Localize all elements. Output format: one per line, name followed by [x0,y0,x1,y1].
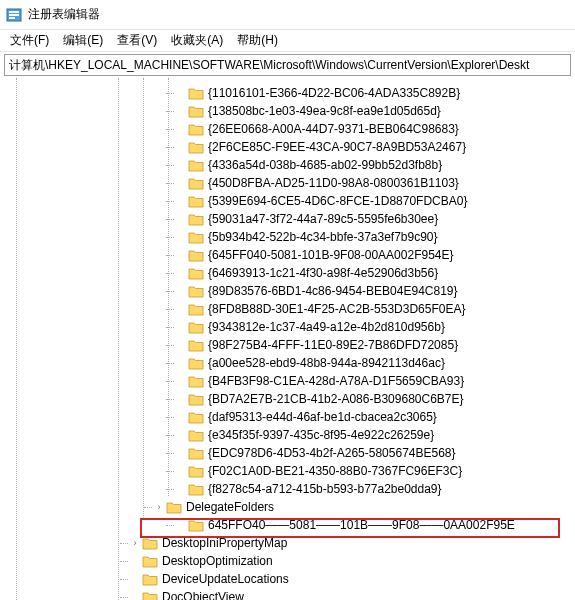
tree-item-label: {98F275B4-4FFF-11E0-89E2-7B86DFD72085} [208,338,458,352]
tree-item-label: {e345f35f-9397-435c-8f95-4e922c26259e} [208,428,434,442]
chevron-right-icon[interactable]: › [128,538,142,548]
folder-icon [188,464,204,478]
tree-item-label: {BD7A2E7B-21CB-41b2-A086-B309680C6B7E} [208,392,464,406]
folder-icon [188,374,204,388]
tree-item-label: {9343812e-1c37-4a49-a12e-4b2d810d956b} [208,320,445,334]
tree-item-label: {daf95313-e44d-46af-be1d-cbacea2c3065} [208,410,437,424]
folder-icon [188,446,204,460]
tree-item-guid[interactable]: {a00ee528-ebd9-48b8-944a-8942113d46ac} [6,354,575,372]
folder-icon [188,212,204,226]
menu-favorites[interactable]: 收藏夹(A) [165,30,229,51]
folder-icon [188,284,204,298]
tree-item-label: {a00ee528-ebd9-48b8-944a-8942113d46ac} [208,356,445,370]
tree-item-label: {F02C1A0D-BE21-4350-88B0-7367FC96EF3C} [208,464,462,478]
svg-rect-2 [9,14,19,16]
svg-rect-1 [9,11,19,13]
folder-icon [188,338,204,352]
tree-item-delegatefolders[interactable]: › DelegateFolders [6,498,575,516]
tree-item-label: {4336a54d-038b-4685-ab02-99bb52d3fb8b} [208,158,442,172]
folder-icon [188,392,204,406]
folder-icon [188,140,204,154]
menu-view[interactable]: 查看(V) [111,30,163,51]
regedit-icon [6,7,22,23]
tree-item-guid[interactable]: {98F275B4-4FFF-11E0-89E2-7B86DFD72085} [6,336,575,354]
folder-icon [188,122,204,136]
tree-item-guid[interactable]: {645FF040-5081-101B-9F08-00AA002F954E} [6,246,575,264]
tree-item-guid[interactable]: {5b934b42-522b-4c34-bbfe-37a3ef7b9c90} [6,228,575,246]
tree-item-highlighted[interactable]: 645FFO40——5081——101B——9F08——0AA002F95E [6,516,575,534]
tree-item-label: {EDC978D6-4D53-4b2f-A265-5805674BE568} [208,446,456,460]
address-path: 计算机\HKEY_LOCAL_MACHINE\SOFTWARE\Microsof… [9,57,529,74]
tree-item-label: {26EE0668-A00A-44D7-9371-BEB064C98683} [208,122,459,136]
tree-view[interactable]: {11016101-E366-4D22-BC06-4ADA335C892B} {… [0,78,575,600]
title-bar: 注册表编辑器 [0,0,575,30]
tree-item-label: 645FFO40——5081——101B——9F08——0AA002F95E [208,518,515,532]
tree-item-label: {89D83576-6BD1-4c86-9454-BEB04E94C819} [208,284,458,298]
folder-icon [188,248,204,262]
tree-item-label: {64693913-1c21-4f30-a98f-4e52906d3b56} [208,266,438,280]
tree-item-deviceupdate[interactable]: DeviceUpdateLocations [6,570,575,588]
tree-item-guid[interactable]: {450D8FBA-AD25-11D0-98A8-0800361B1103} [6,174,575,192]
tree-item-label: {59031a47-3f72-44a7-89c5-5595fe6b30ee} [208,212,438,226]
tree-item-guid[interactable]: {F02C1A0D-BE21-4350-88B0-7367FC96EF3C} [6,462,575,480]
tree-item-label: {645FF040-5081-101B-9F08-00AA002F954E} [208,248,454,262]
folder-icon [142,554,158,568]
menu-edit[interactable]: 编辑(E) [57,30,109,51]
tree-item-label: {B4FB3F98-C1EA-428d-A78A-D1F5659CBA93} [208,374,464,388]
tree-item-label: DesktopIniPropertyMap [162,536,287,550]
tree-item-guid[interactable]: {89D83576-6BD1-4c86-9454-BEB04E94C819} [6,282,575,300]
menu-help[interactable]: 帮助(H) [231,30,284,51]
address-bar[interactable]: 计算机\HKEY_LOCAL_MACHINE\SOFTWARE\Microsof… [4,54,571,76]
tree-item-label: {450D8FBA-AD25-11D0-98A8-0800361B1103} [208,176,459,190]
tree-item-guid[interactable]: {5399E694-6CE5-4D6C-8FCE-1D8870FDCBA0} [6,192,575,210]
folder-icon [188,266,204,280]
tree-item-guid[interactable]: {8FD8B88D-30E1-4F25-AC2B-553D3D65F0EA} [6,300,575,318]
tree-item-guid[interactable]: {64693913-1c21-4f30-a98f-4e52906d3b56} [6,264,575,282]
folder-icon [188,176,204,190]
tree-item-guid[interactable]: {11016101-E366-4D22-BC06-4ADA335C892B} [6,84,575,102]
tree-item-desktopini[interactable]: › DesktopIniPropertyMap [6,534,575,552]
tree-item-label: DelegateFolders [186,500,274,514]
tree-item-guid[interactable]: {f8278c54-a712-415b-b593-b77a2be0dda9} [6,480,575,498]
tree-item-label: {5399E694-6CE5-4D6C-8FCE-1D8870FDCBA0} [208,194,467,208]
tree-item-guid[interactable]: {BD7A2E7B-21CB-41b2-A086-B309680C6B7E} [6,390,575,408]
tree-item-guid[interactable]: {26EE0668-A00A-44D7-9371-BEB064C98683} [6,120,575,138]
tree-item-label: {138508bc-1e03-49ea-9c8f-ea9e1d05d65d} [208,104,441,118]
tree-item-desktopopt[interactable]: DesktopOptimization [6,552,575,570]
folder-icon [188,482,204,496]
menu-bar: 文件(F) 编辑(E) 查看(V) 收藏夹(A) 帮助(H) [0,30,575,52]
folder-icon [188,428,204,442]
folder-icon [188,302,204,316]
folder-icon [188,194,204,208]
tree-item-guid[interactable]: {2F6CE85C-F9EE-43CA-90C7-8A9BD53A2467} [6,138,575,156]
folder-icon [166,500,182,514]
folder-icon [188,356,204,370]
folder-icon [188,410,204,424]
tree-item-guid[interactable]: {59031a47-3f72-44a7-89c5-5595fe6b30ee} [6,210,575,228]
folder-icon [188,320,204,334]
folder-icon [188,230,204,244]
chevron-right-icon[interactable]: › [152,502,166,512]
tree-item-label: {8FD8B88D-30E1-4F25-AC2B-553D3D65F0EA} [208,302,465,316]
window-title: 注册表编辑器 [28,6,100,23]
tree-item-docobject[interactable]: DocObjectView [6,588,575,600]
tree-item-guid[interactable]: {daf95313-e44d-46af-be1d-cbacea2c3065} [6,408,575,426]
tree-item-guid[interactable]: {EDC978D6-4D53-4b2f-A265-5805674BE568} [6,444,575,462]
tree-item-guid[interactable]: {9343812e-1c37-4a49-a12e-4b2d810d956b} [6,318,575,336]
folder-icon [188,518,204,532]
tree-item-guid[interactable]: {B4FB3F98-C1EA-428d-A78A-D1F5659CBA93} [6,372,575,390]
tree-item-label: {f8278c54-a712-415b-b593-b77a2be0dda9} [208,482,442,496]
folder-icon [142,572,158,586]
folder-icon [188,104,204,118]
tree-item-label: DeviceUpdateLocations [162,572,289,586]
tree-item-label: {5b934b42-522b-4c34-bbfe-37a3ef7b9c90} [208,230,438,244]
tree-item-label: {11016101-E366-4D22-BC06-4ADA335C892B} [208,86,460,100]
tree-item-label: {2F6CE85C-F9EE-43CA-90C7-8A9BD53A2467} [208,140,466,154]
svg-rect-3 [9,17,15,19]
tree-item-guid[interactable]: {138508bc-1e03-49ea-9c8f-ea9e1d05d65d} [6,102,575,120]
tree-item-guid[interactable]: {4336a54d-038b-4685-ab02-99bb52d3fb8b} [6,156,575,174]
tree-item-label: DesktopOptimization [162,554,273,568]
tree-item-guid[interactable]: {e345f35f-9397-435c-8f95-4e922c26259e} [6,426,575,444]
folder-icon [142,536,158,550]
menu-file[interactable]: 文件(F) [4,30,55,51]
